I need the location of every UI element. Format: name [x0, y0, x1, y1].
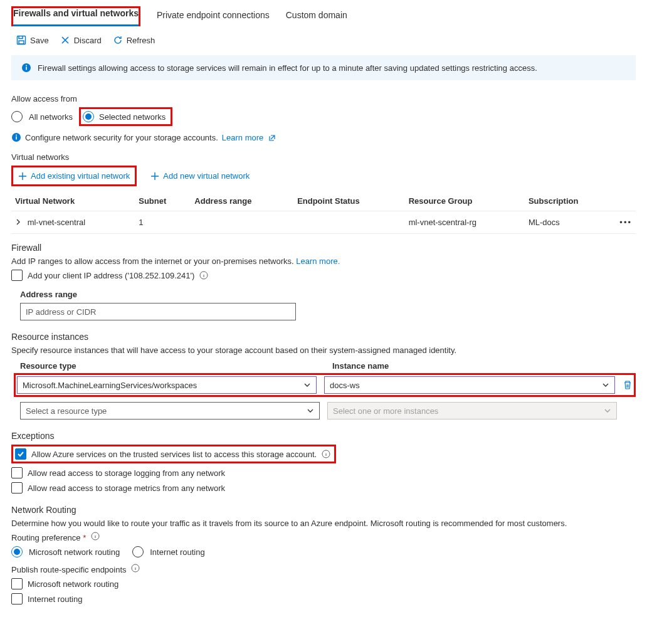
chevron-down-icon [303, 381, 311, 389]
pub-internet-label: Internet routing [28, 594, 82, 604]
info-icon[interactable] [322, 450, 330, 458]
vnet-endpoint [293, 211, 405, 234]
vnet-range [191, 211, 293, 234]
ri-heading: Resource instances [11, 332, 636, 342]
discard-label: Discard [74, 36, 102, 45]
radio-ms-routing[interactable] [11, 546, 23, 557]
checkbox-logging[interactable] [11, 467, 23, 478]
info-banner: Firewall settings allowing access to sto… [11, 55, 636, 80]
svg-point-7 [16, 135, 17, 136]
tabs: Firewalls and virtual networks Private e… [11, 0, 636, 26]
save-icon [16, 35, 26, 45]
delete-icon[interactable] [623, 380, 633, 390]
vnet-rg: ml-vnet-scentral-rg [405, 211, 525, 234]
save-button[interactable]: Save [16, 35, 49, 45]
external-link-icon [268, 134, 276, 142]
checkbox-add-client-ip[interactable] [11, 270, 23, 281]
config-text: Configure network security for your stor… [25, 133, 218, 142]
info-text: Firewall settings allowing access to sto… [38, 63, 537, 73]
trusted-label: Allow Azure services on the trusted serv… [31, 450, 317, 459]
firewall-desc-text: Add IP ranges to allow access from the i… [11, 256, 296, 266]
table-row[interactable]: ml-vnet-scentral 1 ml-vnet-scentral-rg M… [11, 211, 636, 234]
routing-pref-label: Routing preference * [11, 532, 636, 542]
instance-name-select-empty: Select one or more instances [327, 402, 617, 420]
add-existing-vnet-button[interactable]: Add existing virtual network [11, 166, 137, 186]
chevron-down-icon [602, 381, 609, 389]
allow-access-label: Allow access from [11, 94, 636, 103]
chevron-right-icon[interactable] [15, 219, 21, 225]
discard-button[interactable]: Discard [60, 35, 102, 45]
instance-name-select[interactable]: docs-ws [324, 376, 615, 394]
radio-internet-routing[interactable] [132, 546, 144, 557]
publish-label: Publish route-specific endpoints [11, 564, 636, 574]
info-icon[interactable] [131, 564, 140, 573]
tab-private-endpoint[interactable]: Private endpoint connections [157, 6, 270, 26]
exceptions-heading: Exceptions [11, 431, 636, 441]
routing-desc: Determine how you would like to route yo… [11, 519, 636, 528]
close-icon [60, 35, 70, 45]
firewall-learn-more-link[interactable]: Learn more. [296, 256, 340, 266]
address-range-input[interactable] [20, 303, 296, 320]
plus-icon [18, 172, 27, 181]
row-more-button[interactable]: ••• [616, 211, 636, 234]
metrics-label: Allow read access to storage metrics fro… [28, 483, 225, 493]
firewall-heading: Firewall [11, 243, 636, 253]
col-endpoint: Endpoint Status [293, 191, 405, 211]
col-subnet: Subnet [135, 191, 191, 211]
ri-desc: Specify resource instances that will hav… [11, 346, 636, 355]
logging-label: Allow read access to storage logging fro… [28, 468, 225, 478]
resource-type-select-empty[interactable]: Select a resource type [20, 402, 320, 420]
col-range: Address range [191, 191, 293, 211]
pub-ms-label: Microsoft network routing [28, 579, 118, 589]
svg-rect-6 [16, 137, 17, 140]
vnet-heading: Virtual networks [11, 152, 636, 162]
col-rg: Resource Group [405, 191, 525, 211]
ri-col-name: Instance name [332, 361, 612, 371]
radio-selected-label: Selected networks [99, 112, 166, 122]
address-range-label: Address range [20, 290, 636, 299]
internet-routing-label: Internet routing [150, 547, 204, 557]
add-new-vnet-button[interactable]: Add new virtual network [145, 167, 255, 184]
refresh-icon [113, 35, 123, 45]
checkbox-pub-ms-routing[interactable] [11, 578, 23, 589]
radio-selected-networks[interactable] [83, 111, 94, 122]
svg-rect-3 [26, 67, 27, 70]
refresh-label: Refresh [127, 36, 155, 45]
add-existing-label: Add existing virtual network [31, 171, 130, 181]
learn-more-link[interactable]: Learn more [222, 133, 276, 142]
checkbox-pub-internet[interactable] [11, 593, 23, 604]
toolbar: Save Discard Refresh [11, 26, 636, 55]
ms-routing-label: Microsoft network routing [29, 547, 120, 557]
required-star: * [83, 533, 86, 542]
svg-rect-1 [19, 41, 24, 44]
col-sub: Subscription [525, 191, 616, 211]
publish-text: Publish route-specific endpoints [11, 565, 127, 574]
chevron-down-icon [307, 407, 314, 414]
vnet-table: Virtual Network Subnet Address range End… [11, 191, 636, 234]
resource-type-placeholder: Select a resource type [26, 406, 107, 416]
checkbox-metrics[interactable] [11, 482, 23, 494]
instance-name-placeholder: Select one or more instances [333, 406, 438, 416]
tab-firewalls[interactable]: Firewalls and virtual networks [13, 4, 139, 26]
radio-all-label: All networks [29, 112, 73, 122]
chevron-down-icon [604, 407, 611, 414]
resource-type-value: Microsoft.MachineLearningServices/worksp… [23, 381, 197, 390]
refresh-button[interactable]: Refresh [113, 35, 155, 45]
ri-col-type: Resource type [20, 361, 320, 371]
tab-custom-domain[interactable]: Custom domain [286, 6, 347, 26]
info-icon[interactable] [91, 532, 100, 541]
firewall-desc: Add IP ranges to allow access from the i… [11, 256, 636, 266]
config-note: Configure network security for your stor… [11, 132, 636, 142]
checkbox-trusted-services[interactable] [15, 448, 26, 460]
save-label: Save [30, 36, 49, 45]
radio-all-networks[interactable] [11, 111, 23, 122]
access-radio-group: All networks Selected networks [11, 107, 636, 126]
plus-icon [150, 172, 159, 181]
info-icon[interactable] [199, 271, 208, 280]
col-vnet: Virtual Network [11, 191, 135, 211]
resource-type-select[interactable]: Microsoft.MachineLearningServices/worksp… [17, 376, 317, 394]
routing-pref-text: Routing preference [11, 533, 81, 542]
learn-more-text: Learn more [222, 133, 263, 142]
vnet-sub: ML-docs [525, 211, 616, 234]
add-new-label: Add new virtual network [163, 171, 250, 181]
